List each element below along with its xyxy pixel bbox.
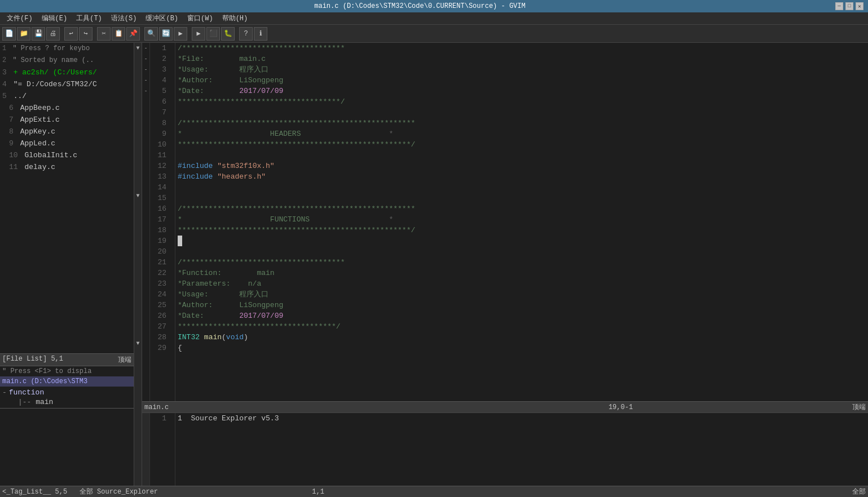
menu-edit[interactable]: 编辑(E) [37, 12, 72, 24]
ln-4: 4 [150, 75, 166, 86]
tb-replace[interactable]: 🔄 [159, 27, 173, 41]
bottom-status-bar: <_Tag_List__ 5,5 全部 Source_Explorer 1,1 … [0, 486, 868, 497]
code-line-24: *Usage: 程序入口 [178, 289, 868, 300]
tb-paste[interactable]: 📌 [126, 27, 140, 41]
ln-20: 20 [150, 246, 166, 257]
tb-copy[interactable]: 📋 [112, 27, 125, 41]
code-line-12: #include "stm32f10x.h" [178, 161, 868, 171]
tb-cut[interactable]: ✂ [97, 27, 111, 41]
titlebar: main.c (D:\Codes\STM32\Code\0.CURRENT\So… [0, 0, 868, 12]
code-line-1: /************************************* [178, 43, 868, 54]
source-explorer [0, 408, 134, 486]
tb-run[interactable]: ▶ [192, 27, 205, 41]
ln-13: 13 [150, 171, 166, 182]
close-button[interactable]: ✕ [856, 2, 863, 10]
ln-6: 6 [150, 96, 166, 107]
cursor [178, 236, 182, 246]
ln-16: 16 [150, 203, 166, 214]
ln-27: 27 [150, 321, 166, 332]
editor-area: - - - - - [142, 43, 868, 486]
tb-redo[interactable]: ↪ [79, 27, 92, 41]
fold-mark: ▼ [136, 43, 139, 54]
menu-syntax[interactable]: 语法(S) [107, 12, 142, 24]
ln-18: 18 [150, 225, 166, 236]
ln-12: 12 [150, 161, 166, 171]
left-gutter: ▼ ▼ ▼ [134, 43, 142, 486]
code-line-29: { [178, 343, 868, 353]
code-line-11 [178, 150, 868, 161]
ln-23: 23 [150, 278, 166, 289]
code-separator [170, 43, 175, 401]
file-list-status-right: 顶端 [118, 355, 131, 365]
code-line-21: /************************************* [178, 257, 868, 268]
bottom-status-right: 1,1 全部 [312, 487, 866, 496]
ln-28: 28 [150, 332, 166, 343]
ln-10: 10 [150, 139, 166, 150]
tb-save[interactable]: 💾 [32, 27, 45, 41]
fold-column: - - - - - [142, 43, 150, 401]
tb-print[interactable]: 🖨 [46, 27, 60, 41]
list-item[interactable]: 7 AppExti.c [0, 114, 134, 126]
file-hint-1: 1 " Press ? for keybo [0, 43, 134, 55]
ln-29: 29 [150, 343, 166, 353]
tb-undo[interactable]: ↩ [64, 27, 78, 41]
tb-info[interactable]: ℹ [254, 27, 267, 41]
se-line-nums: 1 [150, 413, 170, 486]
list-item[interactable]: 11 delay.c [0, 161, 134, 173]
ln-14: 14 [150, 182, 166, 193]
ln-22: 22 [150, 268, 166, 278]
code-editor[interactable]: /************************************* *… [175, 43, 868, 401]
tag-group-label: - function [0, 388, 134, 397]
ln-26: 26 [150, 310, 166, 321]
menu-help[interactable]: 帮助(H) [218, 12, 253, 24]
code-view[interactable]: - - - - - [142, 43, 868, 401]
list-item[interactable]: 5 ../ [0, 90, 134, 102]
file-list-status: [File List] 5,1 顶端 [0, 353, 134, 366]
source-explorer-panel: 1 1 Source Explorer v5.3 [142, 412, 868, 486]
list-item[interactable]: 3 + ac2sh/ (C:/Users/ [0, 66, 134, 78]
menu-buffer[interactable]: 缓冲区(B) [141, 12, 183, 24]
line-num-2: 2 [2, 56, 6, 64]
line-num-1: 1 [2, 45, 6, 52]
code-line-18: ****************************************… [178, 225, 868, 236]
code-line-19[interactable] [178, 236, 868, 246]
tb-find[interactable]: 🔍 [144, 27, 158, 41]
maximize-button[interactable]: □ [845, 2, 853, 10]
ln-8: 8 [150, 118, 166, 128]
main-area: 1 " Press ? for keybo 2 " Sorted by name… [0, 43, 868, 486]
fold-mark-2: ▼ [136, 190, 139, 201]
se-gutter [142, 413, 150, 486]
tag-hint: " Press <F1> to displa [0, 366, 134, 376]
code-line-2: *File: main.c [178, 54, 868, 64]
tb-help[interactable]: ? [239, 27, 253, 41]
list-item[interactable]: 4 "= D:/Codes/STM32/C [0, 78, 134, 90]
minimize-button[interactable]: — [835, 2, 843, 10]
list-item[interactable]: 9 AppLed.c [0, 137, 134, 149]
ln-21: 21 [150, 257, 166, 268]
tb-stop[interactable]: ⬛ [206, 27, 220, 41]
list-item[interactable]: 6 AppBeep.c [0, 102, 134, 114]
code-line-15 [178, 193, 868, 203]
code-line-14 [178, 182, 868, 193]
code-line-22: *Function: main [178, 268, 868, 278]
tag-tree: - function |-- main [0, 387, 134, 408]
tb-new[interactable]: 📄 [2, 27, 16, 41]
list-item[interactable]: 10 GlobalInit.c [0, 149, 134, 161]
code-line-16: /***************************************… [178, 203, 868, 214]
menu-window[interactable]: 窗口(W) [183, 12, 218, 24]
menu-tools[interactable]: 工具(T) [72, 12, 107, 24]
code-line-8: /***************************************… [178, 118, 868, 128]
fold-mark-3: ▼ [136, 338, 139, 349]
tag-item-main[interactable]: |-- main [0, 397, 134, 407]
menubar: 文件(F) 编辑(E) 工具(T) 语法(S) 缓冲区(B) 窗口(W) 帮助(… [0, 12, 868, 25]
tag-connector: |-- [18, 398, 36, 406]
tb-findnext[interactable]: ▶ [174, 27, 187, 41]
ln-19: 19 [150, 236, 166, 246]
tb-open[interactable]: 📁 [17, 27, 30, 41]
menu-file[interactable]: 文件(F) [2, 12, 37, 24]
list-item[interactable]: 8 AppKey.c [0, 126, 134, 137]
tb-debug[interactable]: 🐛 [221, 27, 235, 41]
file-hint-2: 2 " Sorted by name (.. [0, 55, 134, 66]
code-line-3: *Usage: 程序入口 [178, 64, 868, 75]
tag-item-label: main [36, 398, 53, 406]
